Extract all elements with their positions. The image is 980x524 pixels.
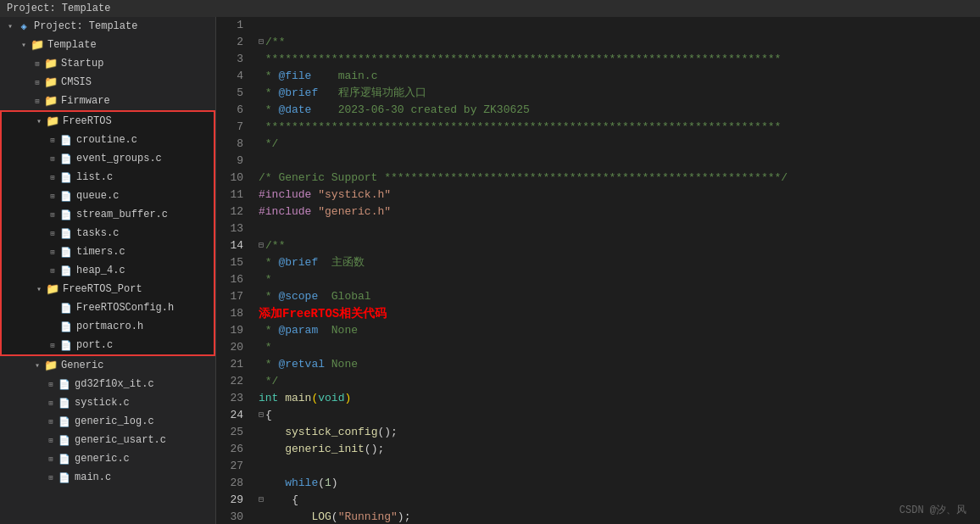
- tree-item-project[interactable]: ▾ ◈ Project: Template: [0, 17, 215, 36]
- tree-item-generic[interactable]: ▾ 📁 Generic: [0, 356, 215, 375]
- code-line-3: ****************************************…: [259, 51, 980, 68]
- tree-label: queue.c: [76, 190, 119, 202]
- tree-label: systick.c: [75, 397, 130, 409]
- tree-label: main.c: [75, 471, 111, 483]
- tree-item-firmware[interactable]: ⊞ 📁 Firmware: [0, 92, 215, 110]
- title-text: Project: Template: [7, 3, 110, 14]
- file-icon: 📄: [58, 471, 71, 484]
- tree-label: port.c: [76, 339, 113, 351]
- tree-item-freertos-port[interactable]: ▾ 📁 FreeRTOS_Port: [2, 280, 214, 298]
- tree-item-port[interactable]: ⊞ 📄 port.c: [2, 336, 214, 354]
- tree-label: Startup: [61, 58, 103, 70]
- editor[interactable]: 1 2 3 4 5 6 7 8 9 10 11 12 13 14 15 16 1…: [216, 17, 980, 524]
- code-line-4: * @file main.c: [259, 68, 980, 85]
- code-line-28: while(1): [259, 475, 980, 492]
- file-icon: 📄: [59, 133, 73, 147]
- code-line-7: ****************************************…: [259, 119, 980, 136]
- code-line-14: ⊟/**: [259, 237, 980, 254]
- folder-icon: 📁: [31, 38, 44, 52]
- tree-item-template[interactable]: ▾ 📁 Template: [0, 36, 215, 54]
- file-icon: 📄: [59, 338, 73, 352]
- file-icon: 📄: [58, 452, 71, 465]
- generic-c-expand-icon: ⊞: [44, 454, 58, 464]
- tree-item-stream-buffer[interactable]: ⊞ 📄 stream_buffer.c: [2, 205, 214, 224]
- tree-label: FreeRTOS_Port: [63, 283, 142, 295]
- code-line-9: [259, 153, 980, 170]
- tree-item-cmsis[interactable]: ⊞ 📁 CMSIS: [0, 73, 215, 92]
- tree-label: Template: [47, 39, 97, 51]
- tree-item-portmacro[interactable]: 📄 portmacro.h: [2, 317, 214, 336]
- file-icon: 📄: [59, 245, 73, 259]
- tree-item-generic-c[interactable]: ⊞ 📄 generic.c: [0, 449, 215, 468]
- tree-item-startup[interactable]: ⊞ 📁 Startup: [0, 54, 215, 73]
- folder-icon: 📁: [44, 94, 58, 108]
- tree-label: generic.c: [75, 453, 130, 465]
- code-line-27: [259, 458, 980, 475]
- tree-label: stream_buffer.c: [76, 209, 168, 220]
- project-icon: ◈: [17, 20, 31, 33]
- code-line-10: /* Generic Support *********************…: [259, 170, 980, 187]
- tree-item-main[interactable]: ⊞ 📄 main.c: [0, 468, 215, 487]
- tree-label: portmacro.h: [76, 321, 143, 332]
- file-icon: 📄: [58, 433, 71, 447]
- file-icon: 📄: [59, 264, 73, 277]
- code-line-29: ⊟ {: [259, 492, 980, 509]
- file-icon: 📄: [59, 189, 73, 203]
- main-expand-icon: ⊞: [44, 473, 58, 482]
- tree-item-list[interactable]: ⊞ 📄 list.c: [2, 168, 214, 187]
- tree-label: FreeRTOS: [63, 115, 112, 127]
- tree-item-freertosconfig[interactable]: 📄 FreeRTOSConfig.h: [2, 298, 214, 317]
- tree-label: event_groups.c: [76, 153, 162, 164]
- tree-item-heap4[interactable]: ⊞ 📄 heap_4.c: [2, 261, 214, 280]
- code-line-2: ⊟/**: [259, 34, 980, 51]
- code-line-1: [259, 17, 980, 34]
- tree-label: Generic: [61, 360, 103, 371]
- heap4-expand-icon: ⊞: [46, 266, 59, 276]
- list-expand-icon: ⊞: [46, 173, 59, 182]
- code-line-25: systick_config();: [259, 424, 980, 441]
- tree-label: tasks.c: [76, 227, 119, 239]
- code-line-12: #include "generic.h": [259, 203, 980, 220]
- generic-log-expand-icon: ⊞: [44, 417, 58, 426]
- code-content: ⊟/** ***********************************…: [250, 17, 980, 524]
- firmware-expand-icon: ⊞: [31, 97, 44, 106]
- tree-label: heap_4.c: [76, 265, 125, 276]
- queue-expand-icon: ⊞: [46, 192, 59, 201]
- generic-expand-icon: ▾: [31, 360, 44, 371]
- folder-icon: 📁: [44, 359, 58, 372]
- tree-label: CMSIS: [61, 76, 92, 88]
- tree-label: list.c: [76, 171, 113, 183]
- tree-item-croutine[interactable]: ⊞ 📄 croutine.c: [2, 131, 214, 149]
- code-line-6: * @date 2023-06-30 created by ZK30625: [259, 102, 980, 119]
- timers-expand-icon: ⊞: [46, 248, 59, 257]
- folder-icon: 📁: [44, 57, 58, 70]
- tree-label: timers.c: [76, 246, 125, 258]
- tree-item-timers[interactable]: ⊞ 📄 timers.c: [2, 242, 214, 261]
- folder-icon: 📁: [46, 282, 59, 296]
- file-icon: 📄: [59, 170, 73, 184]
- tree-item-systick[interactable]: ⊞ 📄 systick.c: [0, 393, 215, 412]
- freertos-port-expand-icon: ▾: [32, 284, 46, 294]
- tree-item-generic-log[interactable]: ⊞ 📄 generic_log.c: [0, 412, 215, 431]
- code-line-22: */: [259, 373, 980, 390]
- template-expand-icon: ▾: [17, 40, 31, 50]
- gd32-expand-icon: ⊞: [44, 380, 58, 389]
- file-icon: 📄: [58, 377, 71, 391]
- tree-item-generic-usart[interactable]: ⊞ 📄 generic_usart.c: [0, 431, 215, 449]
- watermark: CSDN @汐、风: [899, 503, 966, 517]
- tree-item-queue[interactable]: ⊞ 📄 queue.c: [2, 187, 214, 205]
- tree-label: Project: Template: [34, 20, 137, 32]
- tasks-expand-icon: ⊞: [46, 229, 59, 238]
- tree-item-event-groups[interactable]: ⊞ 📄 event_groups.c: [2, 149, 214, 168]
- tree-label: generic_usart.c: [75, 434, 166, 446]
- tree-item-tasks[interactable]: ⊞ 📄 tasks.c: [2, 224, 214, 242]
- folder-icon: 📁: [44, 75, 58, 89]
- sidebar: ▾ ◈ Project: Template ▾ 📁 Template ⊞ 📁 S…: [0, 17, 216, 524]
- title-bar: Project: Template: [0, 0, 980, 17]
- port-expand-icon: ⊞: [46, 341, 59, 350]
- code-line-24: ⊟{: [259, 407, 980, 424]
- code-line-15: * @brief 主函数: [259, 254, 980, 271]
- tree-item-gd32[interactable]: ⊞ 📄 gd32f10x_it.c: [0, 375, 215, 393]
- code-line-5: * @brief 程序逻辑功能入口: [259, 85, 980, 102]
- tree-item-freertos[interactable]: ▾ 📁 FreeRTOS: [2, 112, 214, 131]
